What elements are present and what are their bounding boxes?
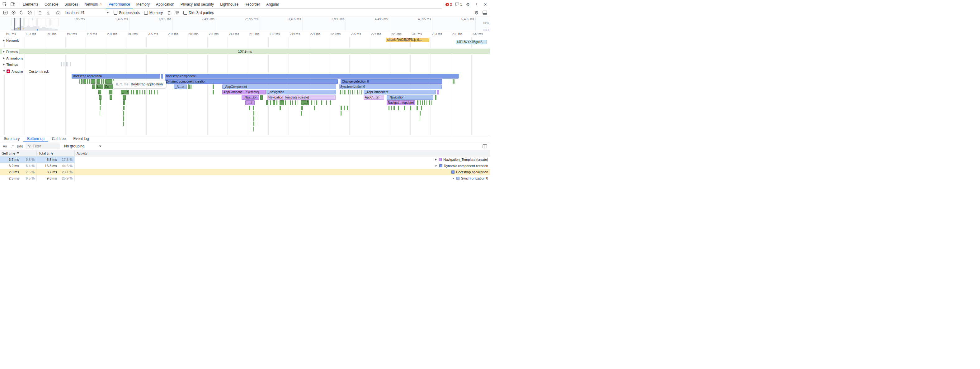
flame-event[interactable] [133,90,134,94]
details-tab-summary[interactable]: Summary [0,135,23,142]
flame-event[interactable] [188,85,189,89]
flame-event[interactable] [280,105,281,110]
table-row-dynamic-component-creation[interactable]: 3.2 ms8.4 %16.8 ms44.6 %Dynamic componen… [0,163,490,169]
track-header-frames[interactable]: Frames [2,49,19,54]
expand-row-icon[interactable] [435,165,438,167]
flame-event[interactable] [316,101,317,105]
flame-event-appcomponent[interactable]: _AppComponent [222,85,336,89]
flame-event[interactable] [99,90,101,94]
flame-event[interactable] [92,85,95,89]
track-header-network[interactable]: Network [2,38,20,43]
close-devtools-icon[interactable]: × [481,1,489,8]
expand-row-icon[interactable] [434,159,437,160]
flame-event-a-e[interactable]: _A…e [174,85,187,89]
flame-event[interactable] [292,101,293,105]
flame-event-err[interactable]: Err… [104,85,113,89]
flame-event[interactable] [277,101,277,105]
flame-event[interactable] [123,95,126,100]
flame-event[interactable] [326,101,327,105]
flame-event-appcompone-e-create[interactable]: AppCompone…e (create) [222,90,266,94]
flame-event[interactable] [123,121,124,126]
flame-event[interactable] [87,79,88,84]
flame-event[interactable] [352,90,353,94]
flame-event[interactable] [146,90,147,94]
flame-event[interactable] [420,111,421,116]
flame-event-bootstrap-application[interactable]: Bootstrap application [72,74,160,78]
flame-event[interactable] [288,101,288,105]
flame-event[interactable] [290,101,291,105]
selection-handle-left[interactable] [14,18,15,30]
flame-event[interactable] [99,95,102,100]
tab-application[interactable]: Application [153,0,177,8]
throttling-sliders-icon[interactable] [173,9,181,16]
flame-event[interactable] [213,90,214,94]
column-header-total-time[interactable]: Total time [37,150,75,156]
flame-event[interactable] [123,101,125,105]
record-icon[interactable] [10,9,18,16]
capture-settings-gear-icon[interactable]: ⚙ [473,9,480,16]
flame-event[interactable] [123,105,124,110]
flame-event-nav-ion[interactable]: _Nav…ion [242,95,259,100]
collect-garbage-icon[interactable] [165,9,173,16]
flame-event[interactable] [213,85,214,89]
tab-network[interactable]: Network⚠ [81,0,105,8]
flame-event[interactable] [142,90,143,94]
flame-event[interactable] [357,90,358,94]
flame-event[interactable] [420,101,421,105]
flame-event-l[interactable]: _…l [245,101,255,105]
flame-event[interactable] [110,95,112,100]
flame-event[interactable] [340,111,342,116]
flame-event[interactable] [398,105,399,110]
table-row-bootstrap-application[interactable]: 2.8 ms7.5 %8.7 ms23.1 %Bootstrap applica… [0,169,490,175]
flame-event[interactable] [144,90,145,94]
flame-event-navigation-template-create[interactable]: Navigation_Template (create) [267,95,336,100]
track-header-angular[interactable]: A Angular — Custom track [2,69,50,73]
clear-icon[interactable] [25,9,33,16]
flame-event[interactable] [123,116,124,121]
tab-elements[interactable]: Elements [20,0,41,8]
device-toolbar-icon[interactable] [9,1,17,8]
flame-event[interactable] [83,79,86,84]
selection-handle-right[interactable] [20,18,21,30]
flame-event[interactable] [249,105,250,110]
inspect-element-icon[interactable] [1,1,9,8]
toggle-drawer-icon[interactable] [480,9,489,16]
flame-event[interactable] [422,101,423,105]
flame-event[interactable] [388,105,390,110]
flame-event[interactable] [100,111,100,116]
flame-event[interactable] [311,101,312,105]
flame-event[interactable] [123,111,124,116]
flame-event[interactable] [273,101,275,105]
column-header-activity[interactable]: Activity [75,150,490,156]
flame-event[interactable] [410,105,411,110]
toggle-sidebar-icon[interactable] [480,142,489,150]
record-and-reload-icon[interactable] [18,9,25,16]
flame-event-synchronization-0[interactable]: Synchronization 0 [339,85,442,89]
flame-event[interactable] [435,95,436,100]
flame-event[interactable] [340,105,342,110]
flame-event[interactable] [151,90,152,94]
flame-event-change-detection-0[interactable]: Change detection 0 [340,79,442,84]
flame-event[interactable] [280,101,284,105]
details-tab-call-tree[interactable]: Call tree [48,135,70,142]
flame-event-navigation[interactable]: _Navigation [387,95,433,100]
flame-event[interactable] [321,101,322,105]
flame-event-appcomponent[interactable]: _AppComponent [364,90,436,94]
column-header-self-time[interactable]: Self time [0,150,37,156]
devtools-settings-gear-icon[interactable]: ⚙ [464,1,472,8]
flame-event[interactable] [80,79,80,84]
filter-input[interactable] [33,144,57,149]
flame-event[interactable] [285,101,286,105]
flame-event[interactable] [157,90,158,94]
flame-event[interactable] [344,90,345,94]
flame-event[interactable] [101,79,102,84]
network-request[interactable]: kJF1BvYX7BgnkS [456,40,487,44]
filter-box[interactable] [25,143,60,149]
flame-event-dynamic-component-creation[interactable]: Dynamic component creation [165,79,338,84]
flame-event[interactable] [301,105,302,110]
match-case-icon[interactable]: Aa [1,143,9,149]
flame-event[interactable] [429,101,430,105]
flame-event[interactable] [109,90,112,94]
flame-event[interactable] [404,105,405,110]
memory-checkbox[interactable]: Memory [142,11,165,15]
